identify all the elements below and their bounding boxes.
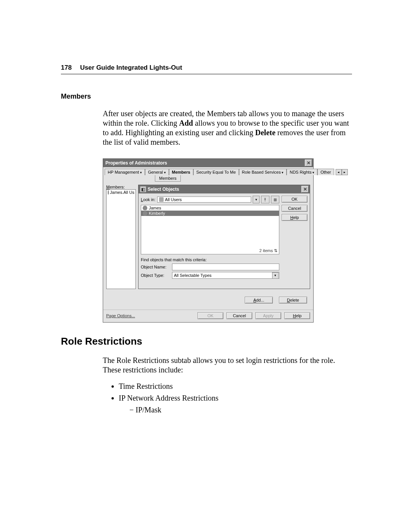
object-type-select[interactable]: All Selectable Types ▾ <box>172 272 279 279</box>
restrictions-list: Time Restrictions IP Network Address Res… <box>103 382 352 415</box>
add-button[interactable]: Add... <box>245 297 273 304</box>
select-objects-window: ◧ Select Objects ✕ Look in: <box>138 185 310 289</box>
select-objects-title: Select Objects <box>148 187 179 192</box>
help-button[interactable]: Help <box>282 214 307 221</box>
tab-security-equal[interactable]: Security Equal To Me <box>193 169 239 175</box>
object-type-label: Object Type: <box>141 273 170 278</box>
properties-window: Properties of Administrators ✕ HP Manage… <box>103 158 314 323</box>
list-item[interactable]: James <box>141 205 279 211</box>
tab-general[interactable]: General <box>145 169 169 175</box>
delete-button[interactable]: Delete <box>279 297 307 304</box>
subtab-row: Members <box>103 175 313 182</box>
tab-strip: HP Management General Members Security E… <box>103 167 313 175</box>
tree-icon[interactable]: ⊞ <box>271 196 279 203</box>
close-icon[interactable]: ✕ <box>305 160 312 166</box>
criteria-label: Find objects that match this criteria: <box>141 257 279 262</box>
tab-other[interactable]: Other <box>317 169 334 175</box>
members-label: Members: <box>106 185 135 189</box>
list-item: Time Restrictions <box>119 382 352 391</box>
user-icon <box>143 206 147 210</box>
chevron-down-icon[interactable]: ▾ <box>272 272 279 279</box>
look-in-field[interactable]: All Users <box>157 197 251 203</box>
tab-hp-management[interactable]: HP Management <box>105 169 145 175</box>
close-icon[interactable]: ✕ <box>301 186 309 193</box>
item-count-label: 2 items ⇅ <box>259 248 277 253</box>
look-in-dropdown-icon[interactable]: ▾ <box>253 196 260 203</box>
members-paragraph: After user objects are created, the Memb… <box>61 109 352 147</box>
cancel-button[interactable]: Cancel <box>282 205 307 212</box>
help-button[interactable]: Help <box>284 312 310 319</box>
role-restrictions-paragraph: The Role Restrictions subtab allows you … <box>61 356 352 375</box>
list-item[interactable]: Kimberly <box>141 211 279 216</box>
apply-button[interactable]: Apply <box>255 312 281 319</box>
ok-button[interactable]: OK <box>282 196 307 203</box>
screenshot: Properties of Administrators ✕ HP Manage… <box>103 158 352 323</box>
page-options-link[interactable]: Page Options... <box>106 313 135 318</box>
list-item: IP/Mask <box>129 405 352 415</box>
ok-button[interactable]: OK <box>198 312 223 319</box>
tab-nds-rights[interactable]: NDS Rights <box>287 169 317 175</box>
window-titlebar: Properties of Administrators ✕ <box>103 159 313 167</box>
cancel-button[interactable]: Cancel <box>226 312 252 319</box>
object-name-label: Object Name: <box>141 265 170 269</box>
tab-scroll-left-icon[interactable]: ◂ <box>336 169 342 175</box>
dialog-footer: Page Options... OK Cancel Apply Help <box>103 310 313 322</box>
header-title: User Guide Integrated Lights-Out <box>80 64 182 71</box>
subtab-members[interactable]: Members <box>155 175 181 182</box>
window-title: Properties of Administrators <box>105 160 167 166</box>
list-item: IP Network Address Restrictions IP/Mask <box>119 393 352 415</box>
tab-scroll-right-icon[interactable]: ▸ <box>342 169 348 175</box>
user-icon <box>143 211 147 216</box>
folder-icon <box>159 197 164 202</box>
user-icon <box>108 190 109 195</box>
section-role-restrictions-heading: Role Restrictions <box>61 335 352 347</box>
look-in-label: Look in: <box>141 197 156 202</box>
objects-listbox[interactable]: James Kimberly 2 items ⇅ <box>141 205 279 254</box>
list-item[interactable]: James.All Us <box>107 190 135 195</box>
page-number: 178 <box>61 64 72 71</box>
browse-icon: ◧ <box>140 186 146 192</box>
tab-members[interactable]: Members <box>169 169 193 175</box>
object-name-input[interactable] <box>172 264 279 270</box>
section-members-heading: Members <box>61 93 352 101</box>
up-folder-icon[interactable]: ⭱ <box>261 196 269 203</box>
members-listbox[interactable]: James.All Us <box>106 189 136 289</box>
running-header: 178User Guide Integrated Lights-Out <box>61 64 352 74</box>
tab-role-based[interactable]: Role Based Services <box>239 169 287 175</box>
